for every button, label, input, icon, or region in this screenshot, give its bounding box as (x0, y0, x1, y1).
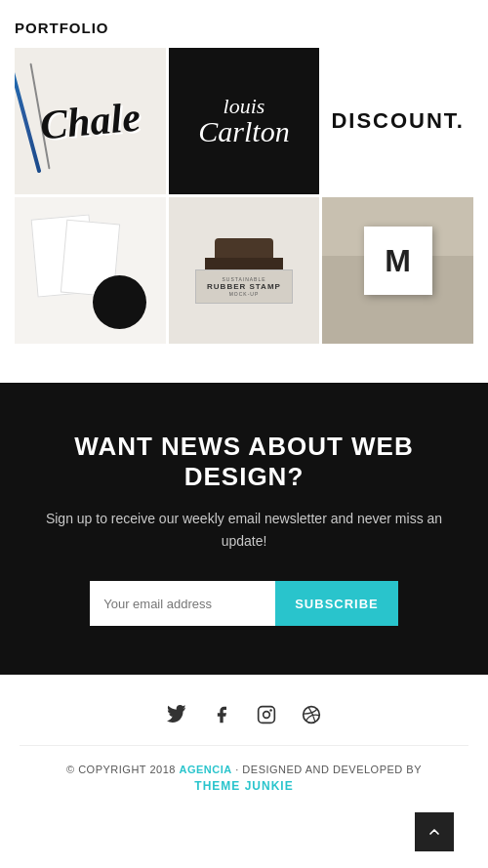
newsletter-description: Sign up to receive our weekly email news… (29, 508, 459, 552)
portfolio-item-1[interactable]: Chale (15, 48, 166, 194)
chalk-text: Chale (38, 94, 142, 149)
stamp-handle-top (215, 238, 273, 258)
circle-logo (93, 275, 146, 329)
portfolio-item-6[interactable]: M (322, 197, 473, 344)
portfolio-item-5[interactable]: SUSTAINABLE RUBBER STAMP MOCK-UP (169, 197, 320, 344)
chevron-up-icon (427, 824, 442, 840)
newsletter-title: WANT NEWS ABOUT WEB DESIGN? (29, 432, 459, 492)
svg-point-2 (269, 709, 272, 712)
copyright-middle: · DESIGNED AND DEVELOPED BY (235, 764, 422, 775)
copyright-text: © COPYRIGHT 2018 AGENCIA · DESIGNED AND … (20, 764, 468, 775)
m-logo-letter: M (385, 245, 411, 276)
email-input[interactable] (90, 581, 275, 626)
brand-link[interactable]: AGENCIA (179, 764, 231, 775)
svg-point-1 (264, 712, 270, 719)
newsletter-form: SUBSCRIBE (29, 581, 459, 626)
portfolio-section: PORTFOLIO Chale louis Carlton DISCOUNT. (0, 0, 488, 353)
sign-box: M (364, 227, 432, 295)
portfolio-item-2[interactable]: louis Carlton (169, 48, 320, 194)
subscribe-button[interactable]: SUBSCRIBE (275, 581, 398, 626)
stamp-text-block: SUSTAINABLE RUBBER STAMP MOCK-UP (195, 269, 293, 304)
stamp-line2: RUBBER STAMP (200, 282, 288, 291)
instagram-icon[interactable] (256, 704, 277, 725)
portfolio-grid: Chale louis Carlton DISCOUNT. (15, 48, 473, 344)
stamp-line3: MOCK-UP (200, 291, 288, 297)
social-icons (20, 704, 468, 725)
portfolio-item-4[interactable] (15, 197, 166, 344)
discount-logo: DISCOUNT. (331, 108, 465, 134)
portfolio-title: PORTFOLIO (15, 20, 473, 36)
portfolio-item-3[interactable]: DISCOUNT. (322, 48, 473, 194)
theme-junkie-link[interactable]: THEME JUNKIE (20, 779, 468, 793)
louis-carlton-logo: louis Carlton (198, 96, 289, 146)
footer-divider (20, 745, 468, 746)
footer: © COPYRIGHT 2018 AGENCIA · DESIGNED AND … (0, 675, 488, 832)
stationery-mockup (15, 197, 166, 344)
stamp-handle-body (205, 258, 283, 269)
facebook-icon[interactable] (211, 704, 232, 725)
copyright-label: © COPYRIGHT 2018 (66, 764, 176, 775)
dribbble-icon[interactable] (301, 704, 322, 725)
svg-rect-0 (259, 707, 275, 723)
twitter-icon[interactable] (166, 704, 187, 725)
newsletter-section: WANT NEWS ABOUT WEB DESIGN? Sign up to r… (0, 383, 488, 675)
scroll-top-button[interactable] (415, 812, 454, 851)
